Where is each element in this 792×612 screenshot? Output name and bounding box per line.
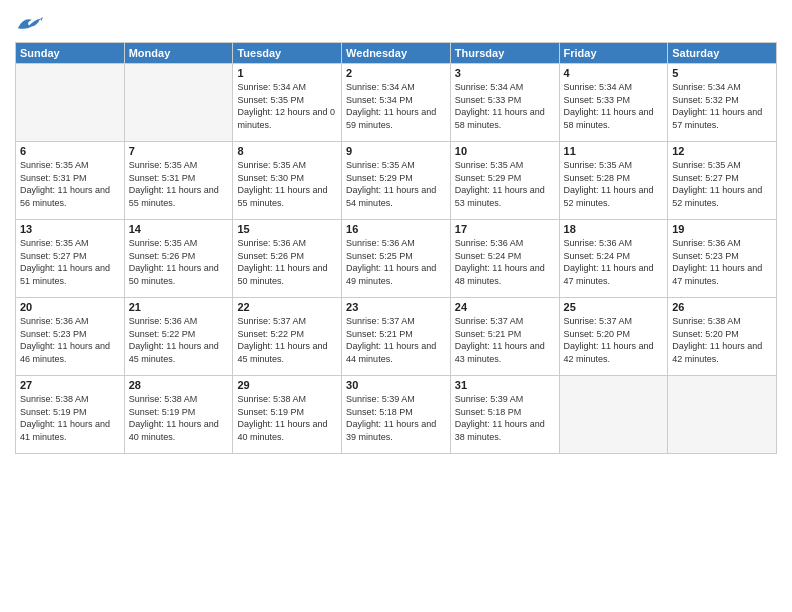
day-info: Sunrise: 5:38 AMSunset: 5:19 PMDaylight:…	[20, 393, 120, 443]
day-number: 25	[564, 301, 664, 313]
calendar-cell: 11Sunrise: 5:35 AMSunset: 5:28 PMDayligh…	[559, 142, 668, 220]
week-row-3: 20Sunrise: 5:36 AMSunset: 5:23 PMDayligh…	[16, 298, 777, 376]
day-info: Sunrise: 5:35 AMSunset: 5:26 PMDaylight:…	[129, 237, 229, 287]
day-number: 4	[564, 67, 664, 79]
day-info: Sunrise: 5:35 AMSunset: 5:27 PMDaylight:…	[20, 237, 120, 287]
day-info: Sunrise: 5:38 AMSunset: 5:20 PMDaylight:…	[672, 315, 772, 365]
calendar-table: SundayMondayTuesdayWednesdayThursdayFrid…	[15, 42, 777, 454]
day-info: Sunrise: 5:38 AMSunset: 5:19 PMDaylight:…	[129, 393, 229, 443]
day-info: Sunrise: 5:38 AMSunset: 5:19 PMDaylight:…	[237, 393, 337, 443]
calendar-cell: 1Sunrise: 5:34 AMSunset: 5:35 PMDaylight…	[233, 64, 342, 142]
day-number: 10	[455, 145, 555, 157]
day-info: Sunrise: 5:35 AMSunset: 5:29 PMDaylight:…	[455, 159, 555, 209]
day-header-sunday: Sunday	[16, 43, 125, 64]
week-row-1: 6Sunrise: 5:35 AMSunset: 5:31 PMDaylight…	[16, 142, 777, 220]
day-info: Sunrise: 5:34 AMSunset: 5:32 PMDaylight:…	[672, 81, 772, 131]
day-number: 29	[237, 379, 337, 391]
calendar-cell: 6Sunrise: 5:35 AMSunset: 5:31 PMDaylight…	[16, 142, 125, 220]
day-number: 28	[129, 379, 229, 391]
calendar-cell: 8Sunrise: 5:35 AMSunset: 5:30 PMDaylight…	[233, 142, 342, 220]
calendar-cell: 5Sunrise: 5:34 AMSunset: 5:32 PMDaylight…	[668, 64, 777, 142]
week-row-0: 1Sunrise: 5:34 AMSunset: 5:35 PMDaylight…	[16, 64, 777, 142]
day-header-thursday: Thursday	[450, 43, 559, 64]
day-number: 1	[237, 67, 337, 79]
calendar-cell: 24Sunrise: 5:37 AMSunset: 5:21 PMDayligh…	[450, 298, 559, 376]
logo-icon	[15, 10, 43, 38]
day-info: Sunrise: 5:36 AMSunset: 5:23 PMDaylight:…	[20, 315, 120, 365]
day-number: 9	[346, 145, 446, 157]
calendar-cell: 9Sunrise: 5:35 AMSunset: 5:29 PMDaylight…	[342, 142, 451, 220]
day-info: Sunrise: 5:34 AMSunset: 5:35 PMDaylight:…	[237, 81, 337, 131]
day-number: 11	[564, 145, 664, 157]
day-info: Sunrise: 5:36 AMSunset: 5:24 PMDaylight:…	[455, 237, 555, 287]
day-number: 27	[20, 379, 120, 391]
calendar-cell: 31Sunrise: 5:39 AMSunset: 5:18 PMDayligh…	[450, 376, 559, 454]
calendar-cell: 7Sunrise: 5:35 AMSunset: 5:31 PMDaylight…	[124, 142, 233, 220]
calendar-cell: 28Sunrise: 5:38 AMSunset: 5:19 PMDayligh…	[124, 376, 233, 454]
day-info: Sunrise: 5:35 AMSunset: 5:31 PMDaylight:…	[129, 159, 229, 209]
header	[15, 10, 777, 38]
day-number: 17	[455, 223, 555, 235]
day-number: 13	[20, 223, 120, 235]
calendar-cell	[124, 64, 233, 142]
calendar-cell: 22Sunrise: 5:37 AMSunset: 5:22 PMDayligh…	[233, 298, 342, 376]
day-header-monday: Monday	[124, 43, 233, 64]
week-row-4: 27Sunrise: 5:38 AMSunset: 5:19 PMDayligh…	[16, 376, 777, 454]
day-number: 18	[564, 223, 664, 235]
day-number: 20	[20, 301, 120, 313]
day-number: 24	[455, 301, 555, 313]
day-info: Sunrise: 5:36 AMSunset: 5:26 PMDaylight:…	[237, 237, 337, 287]
day-info: Sunrise: 5:35 AMSunset: 5:28 PMDaylight:…	[564, 159, 664, 209]
calendar-cell: 26Sunrise: 5:38 AMSunset: 5:20 PMDayligh…	[668, 298, 777, 376]
calendar-cell: 10Sunrise: 5:35 AMSunset: 5:29 PMDayligh…	[450, 142, 559, 220]
calendar-cell	[559, 376, 668, 454]
day-info: Sunrise: 5:37 AMSunset: 5:22 PMDaylight:…	[237, 315, 337, 365]
calendar-cell: 23Sunrise: 5:37 AMSunset: 5:21 PMDayligh…	[342, 298, 451, 376]
calendar-cell: 20Sunrise: 5:36 AMSunset: 5:23 PMDayligh…	[16, 298, 125, 376]
day-info: Sunrise: 5:35 AMSunset: 5:29 PMDaylight:…	[346, 159, 446, 209]
day-info: Sunrise: 5:36 AMSunset: 5:23 PMDaylight:…	[672, 237, 772, 287]
calendar-cell: 21Sunrise: 5:36 AMSunset: 5:22 PMDayligh…	[124, 298, 233, 376]
day-info: Sunrise: 5:35 AMSunset: 5:27 PMDaylight:…	[672, 159, 772, 209]
page: SundayMondayTuesdayWednesdayThursdayFrid…	[0, 0, 792, 612]
day-info: Sunrise: 5:36 AMSunset: 5:25 PMDaylight:…	[346, 237, 446, 287]
day-number: 2	[346, 67, 446, 79]
day-number: 31	[455, 379, 555, 391]
day-number: 26	[672, 301, 772, 313]
calendar-cell: 12Sunrise: 5:35 AMSunset: 5:27 PMDayligh…	[668, 142, 777, 220]
day-header-saturday: Saturday	[668, 43, 777, 64]
day-header-friday: Friday	[559, 43, 668, 64]
day-number: 8	[237, 145, 337, 157]
day-header-tuesday: Tuesday	[233, 43, 342, 64]
day-info: Sunrise: 5:35 AMSunset: 5:31 PMDaylight:…	[20, 159, 120, 209]
day-info: Sunrise: 5:39 AMSunset: 5:18 PMDaylight:…	[346, 393, 446, 443]
calendar-cell: 25Sunrise: 5:37 AMSunset: 5:20 PMDayligh…	[559, 298, 668, 376]
day-info: Sunrise: 5:36 AMSunset: 5:24 PMDaylight:…	[564, 237, 664, 287]
day-number: 3	[455, 67, 555, 79]
calendar-cell: 18Sunrise: 5:36 AMSunset: 5:24 PMDayligh…	[559, 220, 668, 298]
day-info: Sunrise: 5:37 AMSunset: 5:21 PMDaylight:…	[455, 315, 555, 365]
day-info: Sunrise: 5:34 AMSunset: 5:34 PMDaylight:…	[346, 81, 446, 131]
calendar-cell	[668, 376, 777, 454]
calendar-cell: 2Sunrise: 5:34 AMSunset: 5:34 PMDaylight…	[342, 64, 451, 142]
calendar-cell: 3Sunrise: 5:34 AMSunset: 5:33 PMDaylight…	[450, 64, 559, 142]
calendar-cell: 19Sunrise: 5:36 AMSunset: 5:23 PMDayligh…	[668, 220, 777, 298]
day-number: 6	[20, 145, 120, 157]
day-number: 23	[346, 301, 446, 313]
calendar-cell: 13Sunrise: 5:35 AMSunset: 5:27 PMDayligh…	[16, 220, 125, 298]
day-number: 22	[237, 301, 337, 313]
day-number: 14	[129, 223, 229, 235]
day-number: 7	[129, 145, 229, 157]
day-info: Sunrise: 5:36 AMSunset: 5:22 PMDaylight:…	[129, 315, 229, 365]
day-number: 12	[672, 145, 772, 157]
logo	[15, 10, 46, 38]
day-info: Sunrise: 5:35 AMSunset: 5:30 PMDaylight:…	[237, 159, 337, 209]
day-number: 16	[346, 223, 446, 235]
day-info: Sunrise: 5:37 AMSunset: 5:20 PMDaylight:…	[564, 315, 664, 365]
calendar-cell: 29Sunrise: 5:38 AMSunset: 5:19 PMDayligh…	[233, 376, 342, 454]
day-info: Sunrise: 5:39 AMSunset: 5:18 PMDaylight:…	[455, 393, 555, 443]
calendar-cell: 16Sunrise: 5:36 AMSunset: 5:25 PMDayligh…	[342, 220, 451, 298]
calendar-cell: 14Sunrise: 5:35 AMSunset: 5:26 PMDayligh…	[124, 220, 233, 298]
day-info: Sunrise: 5:37 AMSunset: 5:21 PMDaylight:…	[346, 315, 446, 365]
day-number: 15	[237, 223, 337, 235]
